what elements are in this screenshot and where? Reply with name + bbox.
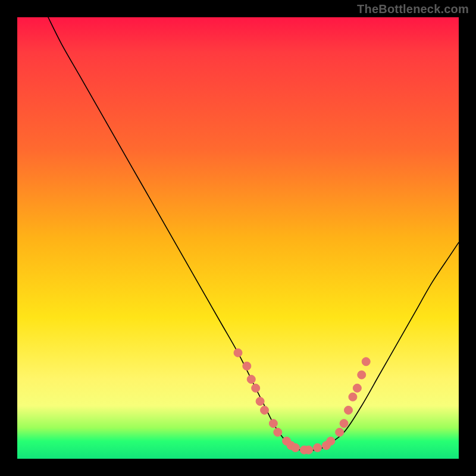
curve-marker [269,419,277,428]
watermark-text: TheBottleneck.com [357,2,469,16]
curve-marker [274,428,282,436]
curve-marker [314,443,322,452]
curve-marker [353,384,361,392]
plot-area [17,17,459,459]
curve-marker [234,349,242,357]
chart-stage: TheBottleneck.com [0,0,476,476]
plot-svg [17,17,459,459]
curve-marker [362,358,370,366]
curve-marker [349,393,357,401]
curve-marker [336,428,344,436]
curve-marker [340,419,348,428]
curve-marker [261,406,269,414]
curve-marker [247,375,255,383]
curve-marker [358,371,366,379]
curve-marker [305,446,313,454]
threshold-markers [234,349,370,454]
curve-marker [256,397,264,406]
curve-marker [243,362,251,370]
curve-marker [291,443,299,452]
curve-marker [327,437,335,445]
curve-marker [345,406,353,414]
curve-marker [252,384,260,392]
